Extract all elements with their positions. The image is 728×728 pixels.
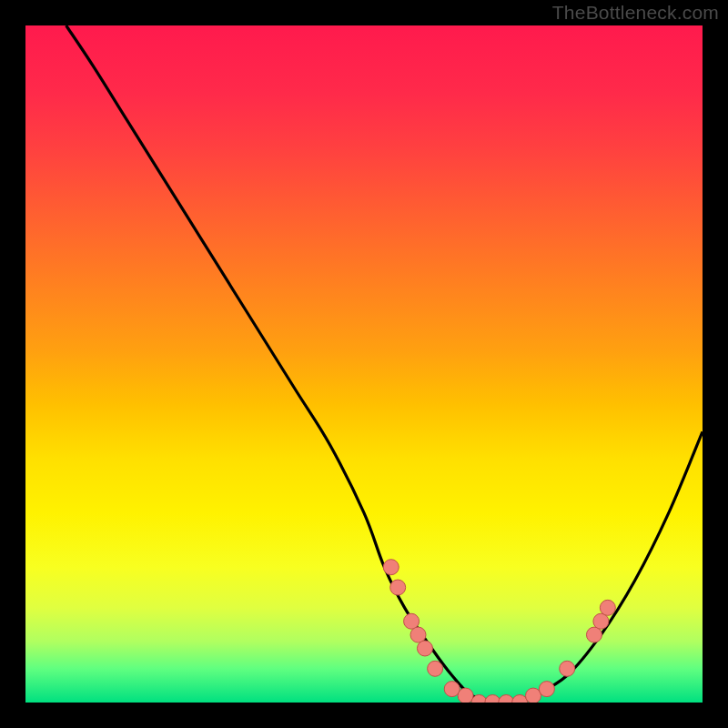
watermark-text: TheBottleneck.com [552,2,719,24]
chart-frame: TheBottleneck.com [0,0,728,728]
plot-area [25,25,703,703]
